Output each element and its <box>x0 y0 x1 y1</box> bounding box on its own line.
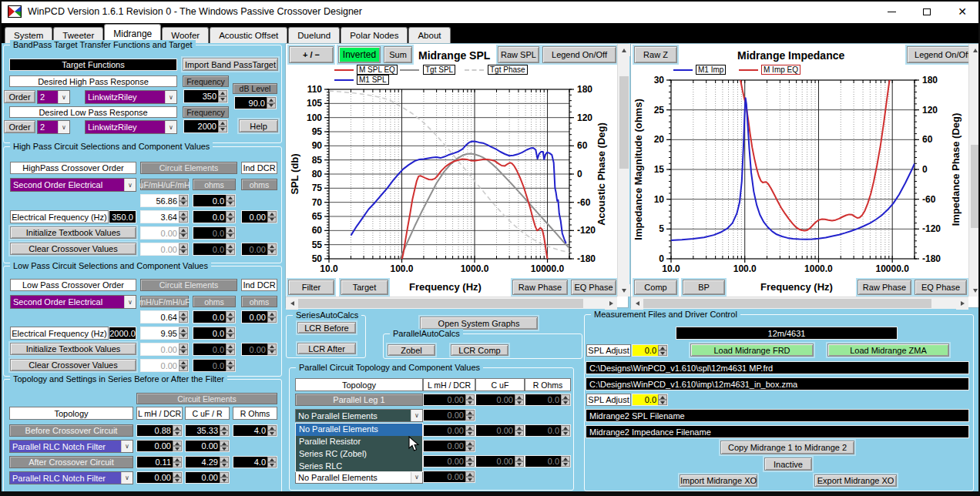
spinner-up-button[interactable] <box>179 243 188 250</box>
hp-value-spinner[interactable]: 56.86 <box>140 194 189 207</box>
plus-minus-button[interactable]: + / − <box>289 46 334 63</box>
spinner-down-button[interactable] <box>561 431 570 436</box>
load-midrange-frd-button[interactable]: Load Midrange FRD <box>690 344 814 357</box>
st-l-spinner[interactable]: 0.88 <box>136 424 183 437</box>
spinner-up-button[interactable] <box>220 457 229 462</box>
lp-value-spinner[interactable]: 0.64 <box>140 310 189 323</box>
spinner-down-button[interactable] <box>515 461 524 467</box>
spinner-down-button[interactable] <box>220 431 229 436</box>
spinner-down-button[interactable] <box>561 400 570 405</box>
zobel-button[interactable]: Zobel <box>388 344 435 356</box>
scroll-right-button[interactable] <box>605 297 617 310</box>
spinner-up-button[interactable] <box>267 344 277 350</box>
dropdown-item-no-parallel-elements[interactable]: No Parallel Elements <box>296 424 422 436</box>
st-l-spinner[interactable]: 0.00 <box>136 440 183 452</box>
scroll-down-button[interactable] <box>618 284 630 297</box>
spinner-down-button[interactable] <box>226 317 235 323</box>
spinner-up-button[interactable] <box>173 472 182 478</box>
spinner-up-button[interactable] <box>465 425 475 431</box>
chevron-down-icon[interactable]: ∨ <box>124 179 136 191</box>
spinner-down-button[interactable] <box>220 446 229 451</box>
chevron-down-icon[interactable]: ∨ <box>58 91 69 103</box>
scroll-up-button[interactable] <box>969 44 980 56</box>
spinner-up-button[interactable] <box>173 425 182 431</box>
spinner-down-button[interactable] <box>267 317 277 323</box>
spinner-up-button[interactable] <box>465 471 475 477</box>
spinner-down-button[interactable] <box>267 462 277 468</box>
lp-dcr-spinner[interactable]: 0.00 <box>241 310 277 323</box>
dropdown-item-series-rlc[interactable]: Series RLC <box>296 461 422 473</box>
help-button[interactable]: Help <box>239 119 278 132</box>
spinner-down-button[interactable] <box>220 478 229 483</box>
hp-crossover-order-combo[interactable]: Second Order Electrical∨ <box>10 178 136 192</box>
st-r-spinner[interactable]: 4.0 <box>233 424 277 437</box>
scroll-left-button[interactable] <box>631 297 643 310</box>
st-c-spinner[interactable]: 0.00 <box>185 471 230 484</box>
spinner-down-button[interactable] <box>218 126 227 132</box>
lp-initialize-button[interactable]: Initialize Textbook Values <box>10 343 136 355</box>
chevron-down-icon[interactable]: ∨ <box>411 410 422 421</box>
scroll-right-button[interactable] <box>956 297 968 310</box>
spinner-up-button[interactable] <box>179 311 188 317</box>
spinner-down-button[interactable] <box>465 431 475 436</box>
spinner-down-button[interactable] <box>173 446 182 451</box>
spinner-up-button[interactable] <box>561 394 570 400</box>
spinner-down-button[interactable] <box>179 250 188 256</box>
scrollbar-thumb[interactable] <box>619 76 629 169</box>
spinner-down-button[interactable] <box>179 201 188 207</box>
chevron-down-icon[interactable]: ∨ <box>165 121 176 133</box>
spinner-up-button[interactable] <box>267 425 277 431</box>
spinner-down-button[interactable] <box>226 333 235 340</box>
spinner-down-button[interactable] <box>226 201 235 207</box>
st-l-spinner[interactable]: 0.11 <box>136 456 183 468</box>
maximize-button[interactable] <box>909 0 945 23</box>
spinner-up-button[interactable] <box>226 227 235 233</box>
spl-raw-phase-button[interactable]: Raw Phase <box>512 280 568 295</box>
spinner-up-button[interactable] <box>267 457 277 462</box>
spinner-up-button[interactable] <box>226 243 235 250</box>
spinner-down-button[interactable] <box>226 366 235 372</box>
copy-midrange-button[interactable]: Copy Midrange 1 to Midrange 2 <box>720 441 854 454</box>
spinner-up-button[interactable] <box>173 441 182 446</box>
lp-resr-spinner[interactable]: 0.0 <box>193 310 236 323</box>
imp-raw-phase-button[interactable]: Raw Phase <box>858 280 911 295</box>
notch-filter-combo-2[interactable]: Parallel RLC Notch Filter∨ <box>9 471 133 484</box>
chevron-down-icon[interactable]: ∨ <box>165 91 176 103</box>
spinner-down-button[interactable] <box>226 233 235 240</box>
load-midrange-zma-button[interactable]: Load Midrange ZMA <box>827 344 949 357</box>
dropdown-item-series-rc-zobel[interactable]: Series RC (Zobel) <box>296 448 422 461</box>
lp-resr-spinner[interactable]: 0.0 <box>193 327 236 340</box>
spinner-up-button[interactable] <box>465 394 475 400</box>
spinner-down-button[interactable] <box>515 431 524 436</box>
spinner-up-button[interactable] <box>218 90 227 96</box>
chevron-down-icon[interactable]: ∨ <box>121 441 133 452</box>
scrollbar-thumb[interactable] <box>971 145 980 228</box>
lp-order-combo[interactable]: 2∨ <box>37 120 70 134</box>
spinner-down-button[interactable] <box>465 461 475 467</box>
spinner-up-button[interactable] <box>465 441 475 446</box>
spinner-up-button[interactable] <box>267 97 276 103</box>
lcr-comp-button[interactable]: LCR Comp <box>451 344 508 356</box>
spinner-up-button[interactable] <box>220 425 229 431</box>
spinner-up-button[interactable] <box>179 327 188 333</box>
tab-duelund[interactable]: Duelund <box>288 27 340 43</box>
spinner-down-button[interactable] <box>465 446 475 451</box>
spinner-down-button[interactable] <box>220 462 229 468</box>
spinner-up-button[interactable] <box>267 211 277 217</box>
imp-horizontal-scrollbar[interactable] <box>631 297 968 309</box>
notch-filter-combo-1[interactable]: Parallel RLC Notch Filter∨ <box>9 440 133 453</box>
scroll-down-button[interactable] <box>969 284 980 297</box>
close-button[interactable]: ✕ <box>945 0 980 23</box>
hp-clear-button[interactable]: Clear Crossover Values <box>10 243 136 255</box>
comp-button[interactable]: Comp <box>634 280 677 295</box>
spinner-down-button[interactable] <box>179 233 188 240</box>
scroll-left-button[interactable] <box>286 297 298 310</box>
spinner-up-button[interactable] <box>179 195 188 201</box>
import-midrange-xo-button[interactable]: Import Midrange XO <box>680 474 757 487</box>
spinner-up-button[interactable] <box>179 227 188 233</box>
st-c-spinner[interactable]: 35.33 <box>185 424 230 437</box>
spinner-down-button[interactable] <box>267 250 277 256</box>
hp-frequency-spinner[interactable]: 350 <box>183 89 228 103</box>
hp-initialize-button[interactable]: Initialize Textbook Values <box>10 226 136 239</box>
raw-z-button[interactable]: Raw Z <box>634 46 677 63</box>
